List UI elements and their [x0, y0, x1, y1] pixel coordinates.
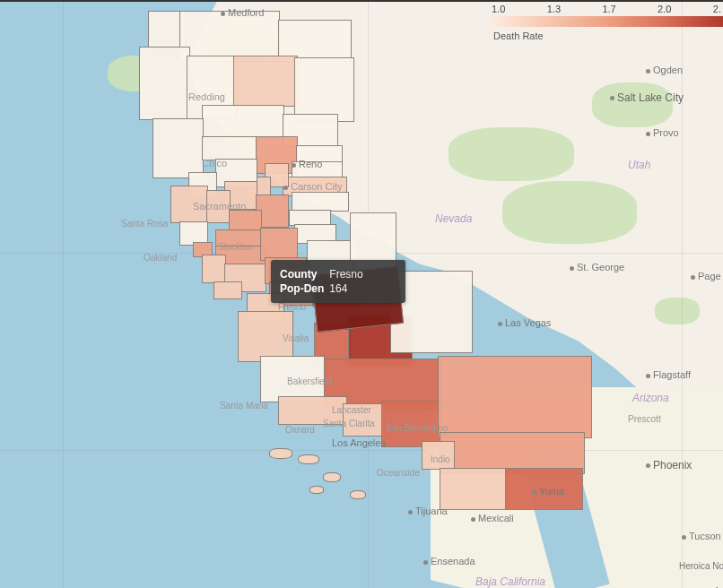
- county-solano[interactable]: [229, 210, 262, 231]
- county-lassen[interactable]: [294, 57, 354, 122]
- tooltip-key: Pop-Den: [280, 281, 329, 296]
- state-label: Baja California: [475, 575, 545, 588]
- county-santabarbara[interactable]: [278, 396, 347, 425]
- legend-tick: 1.0: [492, 4, 505, 14]
- legend: 1.01.31.72.02. Death Rate: [490, 4, 723, 41]
- county-monterey[interactable]: [238, 311, 293, 362]
- legend-title: Death Rate: [490, 30, 723, 41]
- county-sanmateo[interactable]: [202, 255, 226, 283]
- legend-colorbar: [490, 16, 723, 27]
- tooltip-value: 164: [329, 281, 368, 296]
- county-eldorado[interactable]: [292, 192, 349, 212]
- state-label: Nevada: [435, 212, 472, 225]
- county-ventura[interactable]: [343, 403, 385, 437]
- county-napa[interactable]: [206, 190, 231, 223]
- legend-tick: 2.0: [658, 4, 671, 14]
- county-sonoma[interactable]: [170, 186, 208, 223]
- county-tehama[interactable]: [202, 105, 284, 138]
- county-imperial[interactable]: [505, 468, 583, 510]
- county-sanjoaquin[interactable]: [260, 228, 298, 261]
- county-shasta[interactable]: [233, 56, 298, 107]
- island: [298, 454, 319, 464]
- island: [269, 448, 292, 459]
- county-sanbernardino[interactable]: [438, 356, 592, 438]
- island: [323, 472, 341, 482]
- tooltip: CountyFresnoPop-Den164: [271, 260, 405, 303]
- tooltip-value: Fresno: [329, 267, 368, 281]
- legend-tick: 1.7: [602, 4, 615, 14]
- map-viewport[interactable]: MedfordReddingChicoRenoCarson CitySacram…: [0, 0, 723, 588]
- county-mendocino[interactable]: [152, 118, 204, 178]
- county-sandiego[interactable]: [440, 468, 509, 510]
- terrain: [449, 127, 574, 181]
- county-humboldt[interactable]: [139, 47, 190, 120]
- county-siskiyou[interactable]: [179, 11, 280, 62]
- terrain: [655, 298, 700, 324]
- legend-tick: 1.3: [547, 4, 561, 14]
- legend-tick: 2.: [713, 4, 721, 14]
- county-orange[interactable]: [422, 441, 455, 470]
- island: [309, 486, 324, 494]
- island: [350, 490, 366, 499]
- county-santacruz[interactable]: [213, 281, 242, 299]
- terrain: [592, 82, 673, 127]
- county-glenn[interactable]: [202, 136, 257, 160]
- state-label: Utah: [628, 159, 650, 171]
- tooltip-key: County: [280, 267, 329, 281]
- terrain: [502, 181, 637, 244]
- state-label: Arizona: [632, 392, 669, 404]
